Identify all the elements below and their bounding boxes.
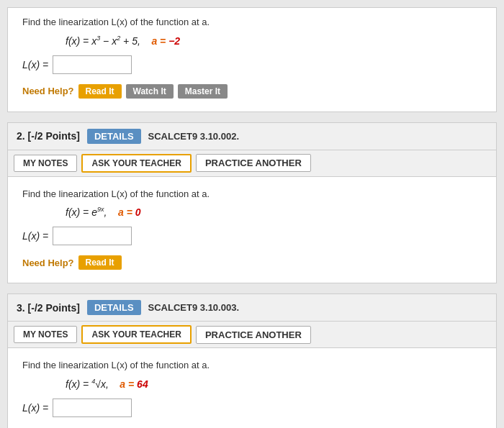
- lx-label-1: L(x) =: [22, 230, 48, 242]
- formula-text-0: f(x) = x3 − x2 + 5, a = −2: [66, 35, 180, 47]
- action-bar-1: MY NOTES ASK YOUR TEACHER PRACTICE ANOTH…: [8, 150, 496, 177]
- need-help-label-1: Need Help?: [22, 258, 74, 268]
- watch-it-btn-0[interactable]: Watch It: [126, 84, 174, 99]
- ask-teacher-btn-1[interactable]: ASK YOUR TEACHER: [81, 154, 191, 173]
- problem-code-1: SCALCET9 3.10.002.: [148, 131, 239, 142]
- need-help-1: Need Help? Read It: [22, 255, 482, 270]
- my-notes-btn-1[interactable]: MY NOTES: [14, 155, 77, 172]
- answer-input-2[interactable]: [53, 399, 132, 417]
- practice-another-btn-1[interactable]: PRACTICE ANOTHER: [196, 154, 311, 172]
- action-bar-2: MY NOTES ASK YOUR TEACHER PRACTICE ANOTH…: [8, 322, 496, 348]
- problem-card-0: Find the linearization L(x) of the funct…: [7, 7, 497, 112]
- problem-code-2: SCALCET9 3.10.003.: [148, 302, 239, 313]
- need-help-0: Need Help? Read It Watch It Master It: [22, 84, 482, 99]
- need-help-label-0: Need Help?: [22, 86, 74, 96]
- problem-body-1: Find the linearization L(x) of the funct…: [8, 177, 496, 283]
- lx-label-2: L(x) =: [22, 402, 48, 414]
- formula-0: f(x) = x3 − x2 + 5, a = −2: [66, 35, 482, 47]
- practice-another-btn-2[interactable]: PRACTICE ANOTHER: [196, 326, 311, 344]
- read-it-btn-1[interactable]: Read It: [78, 255, 122, 270]
- instruction-1: Find the linearization L(x) of the funct…: [22, 188, 482, 199]
- input-row-2: L(x) =: [22, 399, 482, 417]
- input-row-1: L(x) =: [22, 227, 482, 245]
- problem-number-2: 3. [-/2 Points]: [17, 302, 80, 314]
- input-row-0: L(x) =: [22, 55, 482, 74]
- my-notes-btn-2[interactable]: MY NOTES: [14, 326, 77, 343]
- problem-card-2: 3. [-/2 Points] DETAILS SCALCET9 3.10.00…: [7, 293, 497, 428]
- problem-card-1: 2. [-/2 Points] DETAILS SCALCET9 3.10.00…: [7, 122, 497, 284]
- read-it-btn-0[interactable]: Read It: [78, 84, 122, 99]
- instruction-2: Find the linearization L(x) of the funct…: [22, 360, 482, 370]
- instruction-0: Find the linearization L(x) of the funct…: [22, 17, 482, 27]
- formula-text-2: f(x) = 4√x, a = 64: [66, 378, 148, 390]
- page-wrapper: Find the linearization L(x) of the funct…: [0, 0, 504, 428]
- answer-input-1[interactable]: [53, 227, 132, 245]
- ask-teacher-btn-2[interactable]: ASK YOUR TEACHER: [81, 325, 191, 344]
- formula-text-1: f(x) = e9x, a = 0: [66, 206, 141, 218]
- problem-number-1: 2. [-/2 Points]: [17, 130, 80, 142]
- master-it-btn-0[interactable]: Master It: [178, 84, 228, 99]
- details-btn-2[interactable]: DETAILS: [87, 300, 141, 315]
- problem-body-2: Find the linearization L(x) of the funct…: [8, 348, 496, 428]
- details-btn-1[interactable]: DETAILS: [87, 129, 141, 144]
- problem-body-0: Find the linearization L(x) of the funct…: [8, 8, 496, 111]
- answer-input-0[interactable]: [53, 55, 132, 74]
- top-bar-2: 3. [-/2 Points] DETAILS SCALCET9 3.10.00…: [8, 294, 496, 322]
- formula-1: f(x) = e9x, a = 0: [66, 206, 482, 219]
- formula-2: f(x) = 4√x, a = 64: [66, 378, 482, 390]
- top-bar-1: 2. [-/2 Points] DETAILS SCALCET9 3.10.00…: [8, 123, 496, 150]
- lx-label-0: L(x) =: [22, 59, 48, 70]
